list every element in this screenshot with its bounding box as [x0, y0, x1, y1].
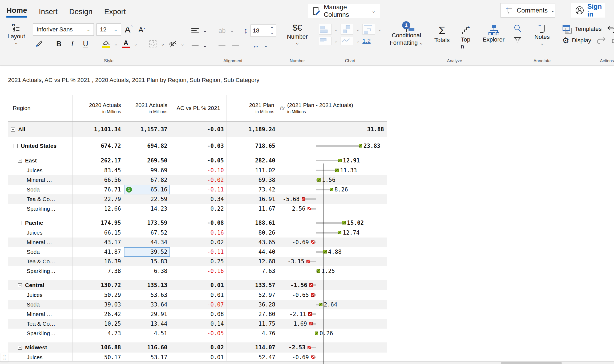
templates-button[interactable]: Templates: [562, 24, 601, 34]
chart-cell[interactable]: -0.65: [277, 290, 387, 300]
filter-button[interactable]: [514, 37, 522, 44]
cell-2021-actuals[interactable]: 13.44: [124, 319, 170, 329]
cell-ac-vs-pl[interactable]: 0.01: [170, 290, 227, 300]
chart-cell[interactable]: -1.56: [277, 280, 387, 290]
cell-2021-actuals[interactable]: 99.69: [124, 166, 170, 175]
cell-2020-actuals[interactable]: 41.87: [73, 247, 124, 257]
cell-2020-actuals[interactable]: 130.72: [73, 280, 124, 290]
cell-ac-vs-pl[interactable]: 0.02: [170, 342, 227, 353]
cell-2021-plan[interactable]: 7.63: [227, 266, 277, 276]
cell-2020-actuals[interactable]: 83.45: [73, 166, 124, 175]
region-cell[interactable]: Soda: [8, 247, 73, 257]
cell-ac-vs-pl[interactable]: 0.22: [170, 204, 227, 214]
tab-home[interactable]: Home: [6, 6, 27, 18]
cell-2020-actuals[interactable]: 106.88: [73, 342, 124, 353]
cell-2021-plan[interactable]: 1,189.24: [227, 122, 277, 137]
cell-2021-actuals[interactable]: 22.59: [124, 194, 170, 204]
horizontal-scrollbar-thumb[interactable]: [501, 362, 562, 364]
cell-2021-plan[interactable]: 11.75: [227, 319, 277, 329]
chart-cell[interactable]: 4.88: [277, 247, 387, 257]
column-width-button[interactable]: ↔: [251, 40, 261, 51]
cell-ac-vs-pl[interactable]: -0.11: [170, 247, 227, 257]
cell-2020-actuals[interactable]: 16.39: [73, 257, 124, 266]
wrap-text-button[interactable]: ab: [217, 25, 227, 36]
cell-ac-vs-pl[interactable]: 0.08: [170, 309, 227, 319]
cell-2021-actuals[interactable]: 135.13: [124, 280, 170, 290]
sign-in-button[interactable]: Sign in: [571, 3, 605, 18]
table-row[interactable]: Midwest106.88116.600.02114.07-2.53: [8, 342, 387, 353]
cell-2020-actuals[interactable]: 7.38: [73, 266, 124, 276]
cell-ac-vs-pl[interactable]: 0.14: [170, 319, 227, 329]
vertical-align-dropdown[interactable]: ⌄: [203, 43, 207, 48]
format-painter-button[interactable]: [33, 38, 44, 50]
display-button[interactable]: ⚙ Display: [562, 36, 591, 45]
table-row[interactable]: Pacific174.95173.59-0.08188.6115.02: [8, 218, 387, 228]
borders-dropdown[interactable]: ⌄: [161, 42, 165, 46]
collapse-icon[interactable]: [11, 128, 15, 132]
chart-cell[interactable]: 23.83: [277, 141, 387, 151]
manage-columns-button[interactable]: Manage Columns ⌄: [308, 4, 380, 18]
bold-button[interactable]: B: [54, 38, 64, 50]
region-cell[interactable]: Tea & Co…: [8, 257, 73, 266]
table-row[interactable]: All1,101.341,157.37-0.031,189.2431.88: [8, 122, 387, 137]
cell-2021-plan[interactable]: 133.57: [227, 280, 277, 290]
waterfall-chart-button[interactable]: [341, 24, 353, 35]
cell-2020-actuals[interactable]: 66.15: [73, 228, 124, 238]
cell-ac-vs-pl[interactable]: -0.03: [170, 141, 227, 151]
chart-cell[interactable]: -0.69: [277, 238, 387, 247]
cell-ac-vs-pl[interactable]: 0.01: [170, 280, 227, 290]
cell-2021-plan[interactable]: 282.40: [227, 156, 277, 166]
cell-2021-plan[interactable]: 188.61: [227, 218, 277, 228]
table-row[interactable]: Tea & Co…16.3915.830.2512.68-3.15: [8, 257, 387, 266]
decimal-places-button[interactable]: 1.2: [362, 38, 371, 44]
cell-2021-actuals[interactable]: 67.82: [124, 175, 170, 185]
collapse-icon[interactable]: [18, 283, 22, 287]
font-name-select[interactable]: Inforiver Sans ⌄: [33, 23, 94, 36]
cell-2021-plan[interactable]: 27.80: [227, 309, 277, 319]
cell-2021-actuals[interactable]: 53.17: [124, 353, 170, 362]
cell-ac-vs-pl[interactable]: -0.16: [170, 228, 227, 238]
cell-ac-vs-pl[interactable]: -0.05: [170, 329, 227, 338]
cell-2021-actuals[interactable]: 6.38: [124, 266, 170, 276]
cell-2021-plan[interactable]: 16.91: [227, 194, 277, 204]
column-width-dropdown[interactable]: ⌄: [264, 43, 268, 48]
data-bars-dropdown[interactable]: ⌄: [334, 39, 338, 43]
cell-ac-vs-pl[interactable]: -0.05: [170, 156, 227, 166]
cell-2021-actuals[interactable]: 14.23: [124, 204, 170, 214]
cell-2021-actuals[interactable]: 116.60: [124, 342, 170, 353]
cell-2021-plan[interactable]: 52.97: [227, 290, 277, 300]
cell-2021-actuals[interactable]: 269.50: [124, 156, 170, 166]
chart-cell[interactable]: 31.88: [277, 122, 387, 137]
chart-cell[interactable]: 12.74: [277, 228, 387, 238]
table-row[interactable]: Tea & Co…10.2513.440.1411.75-1.69: [8, 319, 387, 329]
cell-ac-vs-pl[interactable]: -0.08: [170, 218, 227, 228]
table-row[interactable]: Juices66.1567.52-0.1680.2612.74: [8, 228, 387, 238]
redo-button[interactable]: [596, 36, 606, 44]
cell-2020-actuals[interactable]: 674.72: [73, 141, 124, 151]
chart-cell[interactable]: -2.56: [277, 204, 387, 214]
cell-2021-actuals[interactable]: 1,157.37: [124, 122, 170, 137]
region-cell[interactable]: Soda: [8, 300, 73, 309]
drag-handle[interactable]: ⣿: [1, 353, 8, 362]
cell-2021-plan[interactable]: 52.47: [227, 353, 277, 362]
region-cell[interactable]: Midwest: [8, 342, 73, 353]
table-row[interactable]: Soda41.8739.52-0.1144.404.88: [8, 247, 387, 257]
cell-2020-actuals[interactable]: 22.79: [73, 194, 124, 204]
column-header-2020-actuals[interactable]: 2020 Actuals in Millions: [73, 95, 124, 121]
cell-2021-plan[interactable]: 36.28: [227, 300, 277, 309]
cell-ac-vs-pl[interactable]: -0.02: [170, 175, 227, 185]
region-cell[interactable]: Sparkling…: [8, 204, 73, 214]
cell-2020-actuals[interactable]: 50.29: [73, 290, 124, 300]
cell-ac-vs-pl[interactable]: -0.10: [170, 166, 227, 175]
tab-export[interactable]: Export: [104, 7, 126, 18]
cell-2021-actuals[interactable]: 4.51: [124, 329, 170, 338]
cell-2021-plan[interactable]: 43.65: [227, 238, 277, 247]
table-row[interactable]: Mineral …26.4229.910.0827.80-2.11: [8, 309, 387, 319]
collapse-icon[interactable]: [18, 221, 22, 225]
cell-2020-actuals[interactable]: 12.66: [73, 204, 124, 214]
decrease-indent-button[interactable]: [217, 40, 227, 51]
horizontal-scrollbar[interactable]: [0, 361, 614, 364]
region-cell[interactable]: Juices: [8, 166, 73, 175]
font-size-select[interactable]: 12 ⌄: [96, 23, 121, 36]
font-color-dropdown[interactable]: ⌄: [134, 42, 138, 46]
